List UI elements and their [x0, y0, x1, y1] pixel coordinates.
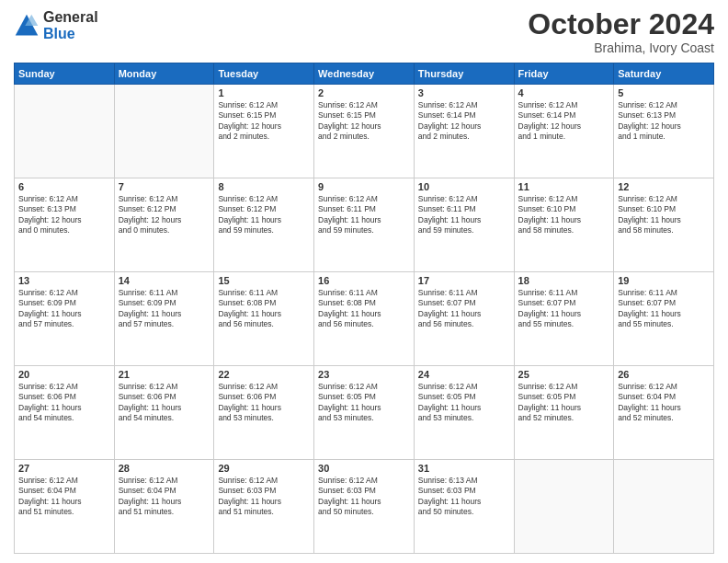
- cell-info: Sunrise: 6:11 AMSunset: 6:07 PMDaylight:…: [518, 288, 610, 330]
- day-number: 19: [618, 275, 710, 286]
- calendar-cell: 10Sunrise: 6:12 AMSunset: 6:11 PMDayligh…: [414, 178, 514, 272]
- weekday-header-wednesday: Wednesday: [314, 63, 415, 85]
- cell-info: Sunrise: 6:11 AMSunset: 6:08 PMDaylight:…: [218, 288, 310, 330]
- calendar-cell: 2Sunrise: 6:12 AMSunset: 6:15 PMDaylight…: [314, 85, 415, 178]
- weekday-header-saturday: Saturday: [614, 63, 714, 85]
- week-row-0: 1Sunrise: 6:12 AMSunset: 6:15 PMDaylight…: [15, 85, 714, 178]
- week-row-1: 6Sunrise: 6:12 AMSunset: 6:13 PMDaylight…: [15, 178, 714, 272]
- cell-info: Sunrise: 6:12 AMSunset: 6:14 PMDaylight:…: [418, 100, 510, 143]
- logo-icon: [14, 13, 40, 39]
- calendar-cell: 21Sunrise: 6:12 AMSunset: 6:06 PMDayligh…: [114, 366, 214, 460]
- day-number: 25: [518, 369, 610, 380]
- day-number: 22: [218, 369, 310, 380]
- cell-info: Sunrise: 6:12 AMSunset: 6:04 PMDaylight:…: [18, 476, 110, 518]
- calendar-cell: 11Sunrise: 6:12 AMSunset: 6:10 PMDayligh…: [514, 178, 614, 272]
- day-number: 5: [618, 87, 710, 98]
- weekday-header-row: SundayMondayTuesdayWednesdayThursdayFrid…: [15, 63, 714, 85]
- logo: General Blue: [14, 9, 98, 41]
- cell-info: Sunrise: 6:12 AMSunset: 6:06 PMDaylight:…: [119, 382, 210, 424]
- calendar-cell: 26Sunrise: 6:12 AMSunset: 6:04 PMDayligh…: [614, 366, 714, 460]
- cell-info: Sunrise: 6:12 AMSunset: 6:06 PMDaylight:…: [218, 382, 310, 424]
- cell-info: Sunrise: 6:12 AMSunset: 6:10 PMDaylight:…: [618, 194, 710, 236]
- cell-info: Sunrise: 6:12 AMSunset: 6:09 PMDaylight:…: [18, 288, 110, 330]
- cell-info: Sunrise: 6:12 AMSunset: 6:12 PMDaylight:…: [218, 194, 310, 236]
- day-number: 2: [318, 87, 410, 98]
- calendar-cell: 1Sunrise: 6:12 AMSunset: 6:15 PMDaylight…: [214, 85, 314, 178]
- calendar-cell: 30Sunrise: 6:12 AMSunset: 6:03 PMDayligh…: [314, 460, 415, 554]
- week-row-3: 20Sunrise: 6:12 AMSunset: 6:06 PMDayligh…: [15, 366, 714, 460]
- day-number: 13: [18, 275, 110, 286]
- weekday-header-tuesday: Tuesday: [214, 63, 314, 85]
- calendar-cell: 23Sunrise: 6:12 AMSunset: 6:05 PMDayligh…: [314, 366, 415, 460]
- day-number: 21: [119, 369, 210, 380]
- weekday-header-friday: Friday: [514, 63, 614, 85]
- calendar-cell: 3Sunrise: 6:12 AMSunset: 6:14 PMDaylight…: [414, 85, 514, 178]
- day-number: 29: [218, 463, 310, 474]
- day-number: 23: [318, 369, 410, 380]
- weekday-header-sunday: Sunday: [15, 63, 115, 85]
- calendar-cell: 13Sunrise: 6:12 AMSunset: 6:09 PMDayligh…: [15, 272, 115, 366]
- day-number: 31: [418, 463, 510, 474]
- day-number: 30: [318, 463, 410, 474]
- calendar-cell: 5Sunrise: 6:12 AMSunset: 6:13 PMDaylight…: [614, 85, 714, 178]
- calendar-cell: 4Sunrise: 6:12 AMSunset: 6:14 PMDaylight…: [514, 85, 614, 178]
- day-number: 8: [218, 181, 310, 192]
- cell-info: Sunrise: 6:12 AMSunset: 6:11 PMDaylight:…: [418, 194, 510, 236]
- cell-info: Sunrise: 6:11 AMSunset: 6:08 PMDaylight:…: [318, 288, 410, 330]
- day-number: 28: [119, 463, 210, 474]
- logo-general: General: [43, 9, 98, 25]
- day-number: 14: [119, 275, 210, 286]
- cell-info: Sunrise: 6:12 AMSunset: 6:12 PMDaylight:…: [119, 194, 210, 236]
- calendar-cell: [614, 460, 714, 554]
- day-number: 16: [318, 275, 410, 286]
- calendar-cell: 29Sunrise: 6:12 AMSunset: 6:03 PMDayligh…: [214, 460, 314, 554]
- page: General Blue October 2024 Brahima, Ivory…: [0, 0, 728, 563]
- cell-info: Sunrise: 6:12 AMSunset: 6:05 PMDaylight:…: [418, 382, 510, 424]
- cell-info: Sunrise: 6:12 AMSunset: 6:11 PMDaylight:…: [318, 194, 410, 236]
- cell-info: Sunrise: 6:13 AMSunset: 6:03 PMDaylight:…: [418, 476, 510, 518]
- day-number: 20: [18, 369, 110, 380]
- calendar-cell: 8Sunrise: 6:12 AMSunset: 6:12 PMDaylight…: [214, 178, 314, 272]
- calendar-cell: 31Sunrise: 6:13 AMSunset: 6:03 PMDayligh…: [414, 460, 514, 554]
- day-number: 11: [518, 181, 610, 192]
- calendar-cell: 25Sunrise: 6:12 AMSunset: 6:05 PMDayligh…: [514, 366, 614, 460]
- day-number: 3: [418, 87, 510, 98]
- calendar-cell: [114, 85, 214, 178]
- cell-info: Sunrise: 6:12 AMSunset: 6:04 PMDaylight:…: [119, 476, 210, 518]
- calendar-cell: 22Sunrise: 6:12 AMSunset: 6:06 PMDayligh…: [214, 366, 314, 460]
- weekday-header-monday: Monday: [114, 63, 214, 85]
- cell-info: Sunrise: 6:12 AMSunset: 6:15 PMDaylight:…: [318, 100, 410, 143]
- cell-info: Sunrise: 6:12 AMSunset: 6:15 PMDaylight:…: [218, 100, 310, 143]
- calendar-cell: 28Sunrise: 6:12 AMSunset: 6:04 PMDayligh…: [114, 460, 214, 554]
- month-title: October 2024: [528, 9, 714, 39]
- day-number: 18: [518, 275, 610, 286]
- day-number: 6: [18, 181, 110, 192]
- week-row-2: 13Sunrise: 6:12 AMSunset: 6:09 PMDayligh…: [15, 272, 714, 366]
- calendar-cell: 16Sunrise: 6:11 AMSunset: 6:08 PMDayligh…: [314, 272, 415, 366]
- calendar-cell: 9Sunrise: 6:12 AMSunset: 6:11 PMDaylight…: [314, 178, 415, 272]
- calendar-cell: 24Sunrise: 6:12 AMSunset: 6:05 PMDayligh…: [414, 366, 514, 460]
- cell-info: Sunrise: 6:12 AMSunset: 6:10 PMDaylight:…: [518, 194, 610, 236]
- calendar-cell: 18Sunrise: 6:11 AMSunset: 6:07 PMDayligh…: [514, 272, 614, 366]
- header: General Blue October 2024 Brahima, Ivory…: [14, 9, 714, 55]
- logo-blue: Blue: [43, 26, 75, 41]
- day-number: 12: [618, 181, 710, 192]
- calendar-cell: [514, 460, 614, 554]
- cell-info: Sunrise: 6:11 AMSunset: 6:09 PMDaylight:…: [119, 288, 210, 330]
- location: Brahima, Ivory Coast: [528, 40, 714, 55]
- day-number: 1: [218, 87, 310, 98]
- cell-info: Sunrise: 6:12 AMSunset: 6:05 PMDaylight:…: [518, 382, 610, 424]
- calendar-cell: 27Sunrise: 6:12 AMSunset: 6:04 PMDayligh…: [15, 460, 115, 554]
- calendar-cell: 17Sunrise: 6:11 AMSunset: 6:07 PMDayligh…: [414, 272, 514, 366]
- calendar-cell: 15Sunrise: 6:11 AMSunset: 6:08 PMDayligh…: [214, 272, 314, 366]
- day-number: 27: [18, 463, 110, 474]
- day-number: 10: [418, 181, 510, 192]
- calendar-table: SundayMondayTuesdayWednesdayThursdayFrid…: [14, 63, 714, 554]
- calendar-cell: 14Sunrise: 6:11 AMSunset: 6:09 PMDayligh…: [114, 272, 214, 366]
- calendar-cell: [15, 85, 115, 178]
- week-row-4: 27Sunrise: 6:12 AMSunset: 6:04 PMDayligh…: [15, 460, 714, 554]
- calendar-cell: 12Sunrise: 6:12 AMSunset: 6:10 PMDayligh…: [614, 178, 714, 272]
- title-block: October 2024 Brahima, Ivory Coast: [528, 9, 714, 55]
- day-number: 15: [218, 275, 310, 286]
- calendar-cell: 7Sunrise: 6:12 AMSunset: 6:12 PMDaylight…: [114, 178, 214, 272]
